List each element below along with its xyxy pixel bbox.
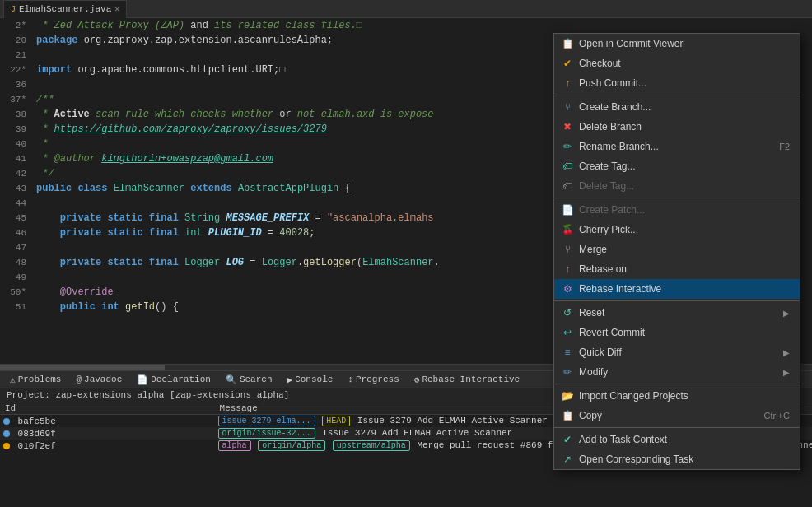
menu-separator: [554, 300, 800, 301]
declaration-icon: 📄: [137, 374, 148, 385]
commit-dot: [3, 430, 10, 437]
branch-badge: origin/alpha: [258, 440, 325, 451]
import-changed-icon: 📂: [561, 389, 574, 402]
menu-item-label: Reset: [579, 307, 778, 319]
line-number: 48: [0, 255, 33, 270]
quick-diff-icon: ≡: [561, 346, 574, 359]
tab-search-label: Search: [240, 374, 273, 384]
rebase-interactive-icon: ⚙: [561, 282, 574, 295]
tab-close-button[interactable]: ✕: [114, 4, 119, 14]
menu-modify[interactable]: ✏ Modify ▶: [554, 362, 800, 382]
menu-rebase-on[interactable]: ↑ Rebase on: [554, 259, 800, 279]
tab-declaration[interactable]: 📄 Declaration: [130, 370, 217, 388]
tab-problems[interactable]: ⚠ Problems: [3, 370, 68, 388]
checkout-icon: ✔: [561, 57, 574, 70]
console-icon: ▶: [287, 374, 293, 385]
line-number: 47: [0, 240, 33, 255]
tab-javadoc[interactable]: @ Javadoc: [69, 370, 128, 388]
col-id: Id: [0, 402, 215, 415]
cherry-pick-icon: 🍒: [561, 223, 574, 236]
menu-item-label: Open Corresponding Task: [579, 454, 790, 465]
merge-icon: ⑂: [561, 243, 574, 256]
tab-rebase[interactable]: ⚙ Rebase Interactive: [408, 370, 526, 388]
copy-shortcut: Ctrl+C: [764, 411, 790, 421]
commit-message: Issue 3279 Add ELMAH Active Scanner: [357, 416, 548, 426]
menu-item-label: Checkout: [579, 58, 790, 69]
menu-item-label: Import Changed Projects: [579, 390, 790, 402]
menu-item-label: Revert Commit: [579, 327, 790, 338]
menu-copy[interactable]: 📋 Copy Ctrl+C: [554, 406, 800, 426]
tab-problems-label: Problems: [18, 374, 62, 384]
tab-search[interactable]: 🔍 Search: [219, 370, 279, 388]
tab-javadoc-label: Javadoc: [84, 374, 122, 384]
line-number: 43: [0, 181, 33, 196]
branch-badge: issue-3279-elma...: [218, 416, 315, 426]
menu-checkout[interactable]: ✔ Checkout: [554, 53, 800, 73]
tab-label: ElmahScanner.java: [19, 4, 111, 14]
commit-dot: [3, 443, 10, 449]
commit-id: bafc5be: [0, 415, 215, 428]
menu-reset[interactable]: ↺ Reset ▶: [554, 303, 800, 323]
add-task-icon: ✔: [561, 433, 574, 446]
menu-item-label: Copy: [579, 410, 759, 421]
rename-branch-shortcut: F2: [779, 142, 790, 151]
tab-declaration-label: Declaration: [151, 374, 211, 384]
line-number: 36: [0, 77, 33, 92]
menu-import-changed[interactable]: 📂 Import Changed Projects: [554, 386, 800, 406]
menu-create-tag[interactable]: 🏷 Create Tag...: [554, 156, 800, 176]
menu-item-label: Quick Diff: [579, 347, 778, 358]
reset-submenu-arrow: ▶: [783, 309, 790, 318]
menu-item-label: Delete Tag...: [579, 180, 790, 192]
menu-open-commit-viewer[interactable]: 📋 Open in Commit Viewer: [554, 34, 800, 53]
line-number: 21: [0, 48, 33, 63]
menu-item-label: Merge: [579, 244, 790, 255]
line-number: 20: [0, 33, 33, 48]
tab-console[interactable]: ▶ Console: [281, 370, 340, 388]
line-number: 50*: [0, 285, 33, 300]
menu-item-label: Create Patch...: [579, 204, 790, 216]
menu-open-task[interactable]: ↗ Open Corresponding Task: [554, 449, 800, 469]
push-commit-icon: ↑: [561, 77, 574, 90]
line-number: 38: [0, 107, 33, 122]
tab-rebase-label: Rebase Interactive: [422, 374, 520, 384]
menu-add-task[interactable]: ✔ Add to Task Context: [554, 430, 800, 449]
menu-rebase-interactive[interactable]: ⚙ Rebase Interactive: [554, 279, 800, 299]
line-number: 42: [0, 166, 33, 181]
problems-icon: ⚠: [10, 374, 16, 385]
delete-branch-icon: ✖: [561, 120, 574, 133]
menu-item-label: Create Branch...: [579, 101, 790, 113]
modify-icon: ✏: [561, 365, 574, 379]
branch-badge: upstream/alpha: [333, 440, 410, 451]
delete-tag-icon: 🏷: [561, 179, 574, 193]
head-badge: HEAD: [322, 416, 350, 426]
commit-hash: bafc5be: [18, 416, 56, 426]
revert-commit-icon: ↩: [561, 326, 574, 339]
menu-push-commit[interactable]: ↑ Push Commit...: [554, 73, 800, 93]
line-content: * Zed Attack Proxy (ZAP) and its related…: [33, 18, 812, 33]
modify-submenu-arrow: ▶: [783, 368, 790, 377]
create-branch-icon: ⑂: [561, 100, 574, 114]
menu-create-patch: 📄 Create Patch...: [554, 200, 800, 220]
menu-item-label: Push Commit...: [579, 77, 790, 89]
reset-icon: ↺: [561, 306, 574, 319]
menu-merge[interactable]: ⑂ Merge: [554, 240, 800, 259]
menu-delete-branch[interactable]: ✖ Delete Branch: [554, 117, 800, 137]
rebase-on-icon: ↑: [561, 263, 574, 276]
context-menu: 📋 Open in Commit Viewer ✔ Checkout ↑ Pus…: [553, 33, 800, 470]
create-tag-icon: 🏷: [561, 160, 574, 173]
menu-quick-diff[interactable]: ≡ Quick Diff ▶: [554, 342, 800, 362]
menu-item-label: Rebase on: [579, 263, 790, 275]
editor-tab[interactable]: J ElmahScanner.java ✕: [3, 0, 127, 18]
menu-create-branch[interactable]: ⑂ Create Branch...: [554, 97, 800, 117]
menu-revert-commit[interactable]: ↩ Revert Commit: [554, 323, 800, 342]
menu-cherry-pick[interactable]: 🍒 Cherry Pick...: [554, 220, 800, 240]
line-number: 51: [0, 300, 33, 314]
search-icon: 🔍: [226, 374, 237, 385]
tab-progress[interactable]: ↕ Progress: [341, 370, 405, 388]
quick-diff-submenu-arrow: ▶: [783, 348, 790, 357]
menu-item-label: Add to Task Context: [579, 434, 790, 445]
rebase-icon: ⚙: [414, 374, 420, 385]
create-patch-icon: 📄: [561, 203, 574, 216]
menu-rename-branch[interactable]: ✏ Rename Branch... F2: [554, 137, 800, 156]
menu-item-label: Cherry Pick...: [579, 224, 790, 235]
